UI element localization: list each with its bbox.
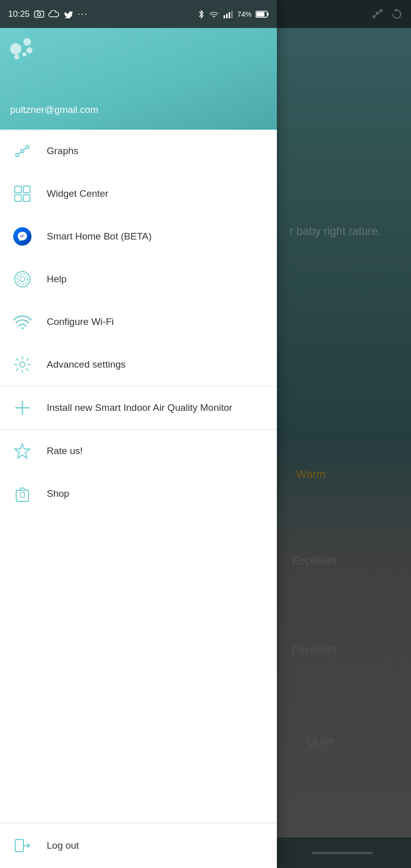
menu-item-shop[interactable]: Shop [0, 472, 277, 515]
drawer-footer: Log out [0, 823, 277, 868]
svg-rect-12 [231, 11, 233, 18]
smart-home-bot-label: Smart Home Bot (BETA) [47, 231, 152, 242]
status-bar: 10:25 ··· [0, 0, 277, 28]
svg-point-27 [20, 277, 25, 282]
svg-rect-14 [257, 12, 265, 16]
svg-point-18 [26, 145, 29, 148]
menu-item-help[interactable]: Help [0, 258, 277, 301]
bubble-1 [10, 43, 21, 54]
status-time: 10:25 [8, 9, 30, 19]
install-monitor-label: Install new Smart Indoor Air Quality Mon… [47, 402, 232, 413]
settings-svg-icon [14, 356, 31, 373]
bubble-5 [22, 52, 26, 56]
svg-rect-10 [226, 14, 228, 18]
status-right-icons: 74% [198, 9, 269, 19]
menu-items-list: Graphs Widget Center [0, 130, 277, 823]
svg-rect-35 [15, 840, 23, 852]
svg-rect-5 [35, 11, 44, 17]
svg-line-19 [19, 152, 21, 154]
widget-center-label: Widget Center [47, 188, 108, 199]
svg-marker-32 [15, 444, 30, 458]
menu-item-configure-wifi[interactable]: Configure Wi-Fi [0, 301, 277, 343]
navigation-drawer: 10:25 ··· [0, 0, 277, 868]
svg-point-16 [16, 154, 19, 157]
svg-point-26 [17, 274, 27, 284]
bubble-2 [23, 38, 31, 46]
graph-icon [12, 141, 33, 161]
cloud-icon [48, 10, 59, 18]
logout-icon [12, 835, 33, 856]
settings-icon [12, 354, 33, 375]
status-left: 10:25 ··· [8, 9, 88, 19]
bluetooth-icon [198, 9, 205, 19]
svg-point-28 [21, 327, 24, 330]
help-svg-icon [14, 271, 31, 288]
add-svg-icon [14, 399, 31, 416]
menu-item-rate-us[interactable]: Rate us! [0, 430, 277, 472]
svg-point-17 [21, 149, 24, 153]
star-svg-icon [14, 442, 31, 460]
twitter-icon [64, 10, 74, 18]
svg-rect-15 [267, 13, 269, 16]
graphs-label: Graphs [47, 145, 78, 157]
menu-item-widget-center[interactable]: Widget Center [0, 172, 277, 215]
svg-rect-7 [37, 10, 39, 11]
shop-svg-icon [15, 485, 30, 502]
menu-item-advanced-settings[interactable]: Advanced settings [0, 343, 277, 386]
svg-point-6 [38, 13, 41, 16]
svg-rect-23 [15, 195, 21, 201]
wifi-icon [12, 312, 33, 332]
svg-rect-21 [15, 186, 21, 193]
help-icon [12, 269, 33, 289]
svg-point-8 [213, 18, 214, 18]
drawer-header: pultzner@gmail.com [0, 28, 277, 130]
widget-svg-icon [14, 185, 31, 202]
app-logo [10, 38, 267, 74]
battery-icon [256, 11, 269, 18]
menu-item-install-monitor[interactable]: Install new Smart Indoor Air Quality Mon… [0, 386, 277, 429]
logout-label: Log out [47, 840, 79, 851]
shop-icon [12, 484, 33, 504]
shop-label: Shop [47, 488, 69, 499]
menu-item-logout[interactable]: Log out [0, 823, 277, 868]
svg-rect-11 [229, 12, 230, 18]
signal-icon [223, 10, 233, 18]
help-label: Help [47, 274, 67, 285]
menu-item-smart-home-bot[interactable]: Smart Home Bot (BETA) [0, 215, 277, 258]
advanced-settings-label: Advanced settings [47, 359, 125, 370]
battery-percent: 74% [237, 10, 251, 18]
rate-us-label: Rate us! [47, 445, 83, 457]
configure-wifi-label: Configure Wi-Fi [47, 316, 114, 327]
user-email: pultzner@gmail.com [10, 84, 267, 115]
svg-rect-24 [23, 195, 30, 201]
graphs-svg-icon [14, 144, 30, 158]
bubble-4 [14, 54, 19, 59]
add-icon [12, 398, 33, 418]
messenger-icon [12, 226, 33, 247]
more-icon: ··· [78, 9, 88, 19]
wifi-svg-icon [13, 315, 31, 329]
star-icon [12, 441, 33, 461]
svg-rect-9 [224, 15, 225, 18]
svg-line-20 [24, 148, 26, 150]
menu-item-graphs[interactable]: Graphs [0, 130, 277, 172]
svg-rect-22 [23, 186, 30, 193]
wifi-status-icon [209, 10, 219, 18]
svg-rect-34 [20, 492, 24, 497]
logout-svg-icon [14, 837, 31, 854]
svg-point-29 [20, 362, 25, 367]
messenger-svg [17, 231, 28, 242]
bubble-3 [26, 47, 33, 53]
widget-icon [12, 184, 33, 204]
photo-icon [34, 10, 44, 18]
